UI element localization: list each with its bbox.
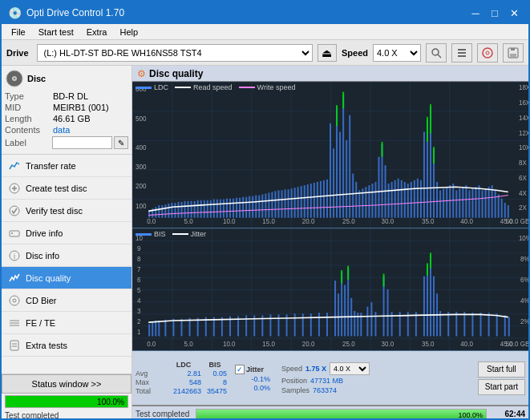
drive-select[interactable]: (L:) HL-DT-ST BD-RE WH16NS58 TST4	[37, 44, 313, 62]
svg-rect-123	[371, 184, 373, 218]
svg-rect-257	[508, 317, 510, 337]
svg-rect-99	[294, 188, 296, 217]
svg-rect-171	[382, 142, 383, 157]
speed-stat-select[interactable]: 4.0 X	[330, 362, 370, 375]
total-label: Total	[136, 387, 164, 395]
svg-rect-113	[339, 131, 341, 217]
svg-point-6	[486, 51, 489, 55]
svg-rect-153	[468, 190, 470, 217]
total-row: Total 2142663 35475	[136, 387, 227, 395]
scan-button[interactable]	[426, 43, 447, 63]
max-row: Max 548 8	[136, 378, 227, 386]
svg-rect-8	[510, 54, 516, 57]
svg-rect-109	[326, 180, 328, 218]
nav-fe-te[interactable]: FE / TE	[2, 312, 131, 334]
svg-rect-91	[268, 192, 269, 217]
svg-text:30.0: 30.0	[382, 340, 394, 348]
svg-text:2: 2	[137, 317, 141, 325]
legend-jitter: Jitter	[172, 230, 207, 238]
nav-disc-quality[interactable]: Disc quality	[2, 267, 131, 289]
status-text: Test completed	[2, 410, 131, 420]
svg-rect-139	[423, 131, 425, 217]
svg-text:500: 500	[136, 115, 147, 123]
svg-rect-260	[383, 274, 385, 287]
label-edit-button[interactable]: ✎	[114, 136, 128, 149]
svg-text:25.0: 25.0	[342, 218, 355, 225]
svg-rect-103	[307, 184, 309, 218]
menu-help[interactable]: Help	[113, 26, 144, 38]
nav-disc-info[interactable]: i Disc info	[2, 244, 131, 267]
svg-text:12X: 12X	[519, 130, 528, 137]
disc-button[interactable]	[477, 43, 498, 63]
max-label: Max	[136, 378, 164, 386]
nav-transfer-rate[interactable]: Transfer rate	[2, 155, 131, 177]
drivebar: Drive (L:) HL-DT-ST BD-RE WH16NS58 TST4 …	[2, 40, 528, 66]
svg-rect-124	[374, 182, 376, 218]
svg-rect-161	[495, 190, 496, 217]
svg-rect-64	[180, 202, 182, 218]
svg-rect-200	[148, 324, 150, 336]
svg-point-22	[13, 299, 16, 302]
start-part-button[interactable]: Start part	[478, 379, 525, 395]
svg-rect-137	[417, 179, 419, 218]
svg-rect-69	[197, 200, 199, 218]
type-label: Type	[5, 91, 53, 101]
svg-rect-106	[317, 182, 318, 218]
svg-text:50.0 GB: 50.0 GB	[506, 218, 528, 225]
svg-rect-67	[191, 201, 192, 218]
svg-text:10.0: 10.0	[223, 340, 236, 348]
svg-rect-56	[155, 207, 156, 218]
jitter-checkbox[interactable]: ✓	[235, 365, 245, 374]
nav-verify-test-disc[interactable]: Verify test disc	[2, 200, 131, 222]
svg-rect-71	[204, 200, 205, 218]
total-ldc: 2142663	[166, 387, 201, 395]
svg-rect-173	[132, 228, 528, 350]
save-button[interactable]	[503, 43, 524, 63]
svg-rect-151	[462, 187, 463, 218]
menu-file[interactable]: File	[5, 26, 32, 38]
svg-rect-170	[433, 147, 435, 164]
nav-extra-tests[interactable]: Extra tests	[2, 334, 131, 357]
svg-text:40.0: 40.0	[460, 218, 473, 225]
status-window-button[interactable]: Status window >>	[2, 374, 131, 394]
settings-button[interactable]	[451, 43, 472, 63]
dq-icon: ⚙	[137, 68, 146, 79]
svg-rect-149	[455, 190, 457, 217]
jitter-max-row: 0.0%	[235, 384, 270, 392]
svg-rect-119	[358, 190, 360, 217]
maximize-button[interactable]: □	[487, 6, 503, 20]
close-button[interactable]: ✕	[506, 6, 522, 20]
speed-label: Speed	[342, 48, 368, 58]
svg-text:35.0: 35.0	[422, 218, 435, 225]
nav-drive-info[interactable]: Drive info	[2, 222, 131, 244]
eject-button[interactable]: ⏏	[318, 44, 337, 62]
menu-extra[interactable]: Extra	[80, 26, 114, 38]
svg-rect-85	[249, 196, 250, 218]
svg-rect-121	[365, 187, 366, 218]
svg-rect-114	[342, 95, 344, 218]
label-input[interactable]	[52, 136, 112, 149]
svg-text:1: 1	[137, 328, 141, 336]
cd-bier-icon	[8, 294, 21, 307]
svg-rect-60	[168, 204, 169, 218]
avg-label: Avg	[136, 370, 164, 378]
avg-jitter: -0.1%	[235, 375, 270, 383]
samples-row: Samples 763374	[281, 386, 370, 394]
svg-rect-57	[158, 205, 160, 218]
fe-te-icon	[8, 317, 21, 329]
disc-section-icon	[5, 69, 24, 88]
nav-create-test-disc[interactable]: Create test disc	[2, 177, 131, 200]
contents-label: Contents	[5, 125, 53, 135]
svg-rect-162	[498, 195, 500, 218]
start-full-button[interactable]: Start full	[478, 361, 525, 378]
svg-text:2X: 2X	[519, 204, 527, 212]
svg-rect-94	[277, 190, 279, 217]
minimize-button[interactable]: ─	[467, 6, 483, 20]
speed-pos-section: Speed 1.75 X 4.0 X Position 47731 MB Sam…	[281, 362, 370, 394]
menu-start-test[interactable]: Start test	[32, 26, 80, 38]
stats-table: LDC BIS Avg 2.81 0.05 Max 548 8 Total	[136, 361, 227, 395]
nav-cd-bier[interactable]: CD Bier	[2, 289, 131, 312]
window-controls: ─ □ ✕	[467, 6, 522, 20]
speed-select[interactable]: 4.0 X	[373, 44, 421, 62]
svg-rect-62	[174, 203, 176, 218]
